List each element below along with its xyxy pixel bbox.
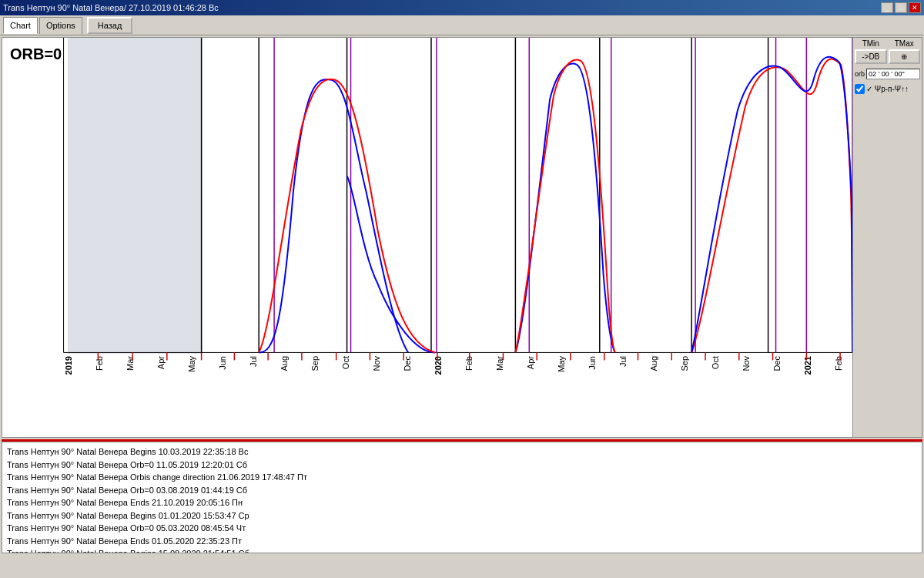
tab-chart[interactable]: Chart (3, 17, 38, 34)
orb-label: ORB=0 (10, 45, 62, 63)
event-line: Trans Нептун 90° Natal Венера Ends 01.05… (7, 535, 917, 548)
main-area: ORB=0 (2, 37, 922, 438)
minimize-button[interactable]: _ (881, 2, 893, 13)
export-button[interactable]: ⊕ (889, 49, 921, 64)
checkbox-label: ✓ Ψр-п-Ψ↑↑ (866, 85, 909, 93)
event-line: Trans Нептун 90° Natal Венера Orbis chan… (7, 471, 917, 484)
orb-label-rp: orb (855, 70, 865, 78)
tab-options[interactable]: Options (39, 17, 82, 34)
orb-value-row: orb (855, 69, 920, 79)
title-bar: Trans Нептун 90° Natal Венера/ 27.10.201… (0, 0, 924, 15)
orb-input[interactable] (866, 69, 920, 79)
tmax-label: TMax (889, 39, 921, 48)
event-line: Trans Нептун 90° Natal Венера Begins 10.… (7, 445, 917, 459)
db-button[interactable]: ->DB (855, 49, 887, 64)
checkbox-row: ✓ Ψр-п-Ψ↑↑ (855, 84, 920, 94)
event-line: Trans Нептун 90° Natal Венера Orb=0 11.0… (7, 459, 917, 472)
event-line: Trans Нептун 90° Natal Венера Orb=0 03.0… (7, 484, 917, 497)
title-bar-text: Trans Нептун 90° Natal Венера/ 27.10.201… (3, 3, 881, 12)
events-log: Trans Нептун 90° Natal Венера Begins 10.… (2, 442, 922, 553)
maximize-button[interactable]: □ (895, 2, 907, 13)
transit-checkbox[interactable] (855, 84, 865, 94)
menu-bar: Chart Options Назад (0, 15, 924, 35)
chart-svg (2, 38, 852, 437)
back-button[interactable]: Назад (87, 17, 133, 34)
title-bar-controls: _ □ ✕ (881, 2, 921, 13)
event-line: Trans Нептун 90° Natal Венера Begins 15.… (7, 547, 917, 553)
close-button[interactable]: ✕ (909, 2, 921, 13)
right-panel: TMin TMax ->DB ⊕ orb ✓ Ψр-п-Ψ↑↑ (852, 38, 922, 437)
event-line: Trans Нептун 90° Natal Венера Begins 01.… (7, 509, 917, 523)
event-line: Trans Нептун 90° Natal Венера Ends 21.10… (7, 496, 917, 509)
chart-canvas: ORB=0 (2, 38, 852, 437)
event-line: Trans Нептун 90° Natal Венера Orb=0 05.0… (7, 522, 917, 535)
tmin-label: TMin (855, 39, 887, 48)
tmin-tmax-row: TMin TMax (855, 39, 920, 48)
db-export-row: ->DB ⊕ (855, 49, 920, 64)
